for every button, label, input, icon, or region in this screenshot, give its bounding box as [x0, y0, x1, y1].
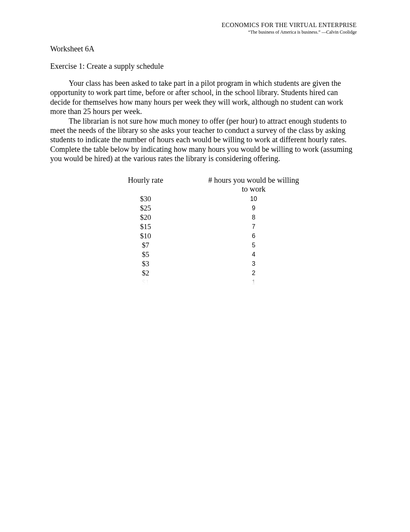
table-header-row: Hourly rate # hours you would be willing… — [97, 174, 313, 194]
table-row: $30 10 — [97, 194, 313, 204]
cell-rate: $2 — [97, 269, 194, 278]
cell-hours: 2 — [194, 269, 313, 278]
cell-rate: $30 — [97, 194, 194, 204]
table-row: $2 2 — [97, 269, 313, 278]
body-text: Your class has been asked to take part i… — [50, 78, 360, 163]
cell-rate: $20 — [97, 213, 194, 222]
cell-hours: 8 — [194, 213, 313, 222]
supply-schedule-table: Hourly rate # hours you would be willing… — [97, 174, 313, 287]
col-header-hours: # hours you would be willing to work — [194, 174, 313, 194]
cell-hours: 1 — [194, 278, 313, 287]
exercise-title: Exercise 1: Create a supply schedule — [50, 62, 360, 71]
cell-hours: 4 — [194, 250, 313, 259]
cell-rate: $3 — [97, 259, 194, 269]
col-header-hours-line2: to work — [242, 185, 266, 193]
cell-rate: $15 — [97, 222, 194, 231]
cell-hours: 9 — [194, 204, 313, 213]
paragraph-2: The librarian is not sure how much money… — [50, 116, 360, 163]
page: ECONOMICS FOR THE VIRTUAL ENTERPRISE “Th… — [0, 0, 410, 287]
header-quote: “The business of America is business.” —… — [50, 29, 357, 35]
cell-rate: $5 — [97, 250, 194, 259]
table-row: $25 9 — [97, 204, 313, 213]
table-row: $5 4 — [97, 250, 313, 259]
cell-hours: 3 — [194, 259, 313, 269]
table-row: $3 3 — [97, 259, 313, 269]
paragraph-1: Your class has been asked to take part i… — [50, 78, 360, 116]
worksheet-label: Worksheet 6A — [50, 44, 360, 53]
cell-rate: $1 — [97, 278, 194, 287]
col-header-rate: Hourly rate — [97, 174, 194, 194]
supply-schedule-table-wrap: Hourly rate # hours you would be willing… — [97, 174, 313, 287]
page-header: ECONOMICS FOR THE VIRTUAL ENTERPRISE “Th… — [50, 22, 360, 35]
cell-rate: $25 — [97, 204, 194, 213]
table-row: $15 7 — [97, 222, 313, 231]
header-title: ECONOMICS FOR THE VIRTUAL ENTERPRISE — [50, 22, 357, 29]
cell-hours: 10 — [194, 194, 313, 204]
cell-hours: 5 — [194, 241, 313, 250]
table-row: $10 6 — [97, 231, 313, 241]
table-row: $1 1 — [97, 278, 313, 287]
table-row: $7 5 — [97, 241, 313, 250]
cell-rate: $10 — [97, 231, 194, 241]
cell-hours: 7 — [194, 222, 313, 231]
cell-rate: $7 — [97, 241, 194, 250]
cell-hours: 6 — [194, 231, 313, 241]
table-row: $20 8 — [97, 213, 313, 222]
col-header-hours-line1: # hours you would be willing — [208, 176, 299, 184]
